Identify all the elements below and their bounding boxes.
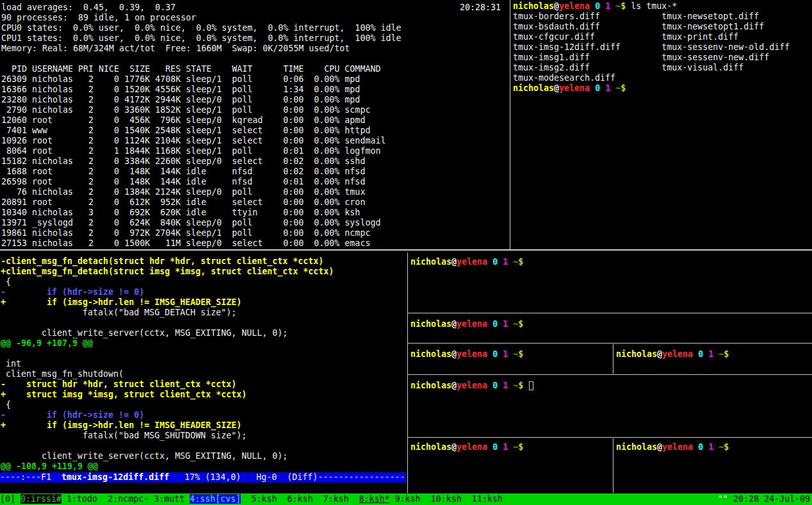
terminal-cursor bbox=[529, 381, 533, 390]
prompt-exit-status: 0 bbox=[698, 349, 703, 359]
typed-command: ls tmux-* bbox=[631, 1, 677, 11]
pane-shell-g[interactable]: nicholas@yelena 0 1 ~$ bbox=[615, 438, 812, 493]
status-window-7[interactable]: 7:ksh bbox=[323, 494, 348, 504]
prompt-tilde: ~ bbox=[513, 349, 518, 359]
diff-line: fatalx("bad MSG_DETACH size"); bbox=[1, 308, 406, 318]
status-window-2[interactable]: 2:ncmpc- bbox=[108, 494, 149, 504]
text-line: 10340 nicholas 3 0 692K 620K idle ttyin … bbox=[1, 208, 510, 218]
pane-border-cd-e[interactable] bbox=[408, 374, 812, 375]
prompt-user: nicholas bbox=[410, 381, 451, 390]
prompt-shell-level: 1 bbox=[503, 442, 508, 452]
shell-prompt-line: nicholas@yelena 0 1 ~$ bbox=[616, 349, 812, 360]
prompt-dollar: $ bbox=[621, 1, 626, 11]
pane-shell-c[interactable]: nicholas@yelena 0 1 ~$ bbox=[410, 344, 612, 374]
pane-top-command[interactable]: 20:28:31 load averages: 0.45, 0.39, 0.37… bbox=[0, 0, 510, 249]
diff-line: - if (hdr->size != 0) bbox=[1, 410, 406, 420]
process-table: 26309 nicholas 2 0 1776K 4708K sleep/1 p… bbox=[1, 74, 510, 249]
diff-line: - if (hdr->size != 0) bbox=[1, 287, 406, 297]
pane-border-e-fg[interactable] bbox=[408, 437, 812, 438]
status-window-6[interactable]: 6:ksh bbox=[287, 494, 313, 504]
top-clock: 20:28:31 bbox=[460, 3, 501, 13]
text-line: 76 nicholas 2 0 1384K 2124K sleep/0 poll… bbox=[1, 187, 510, 197]
prompt-host: yelena bbox=[559, 1, 590, 11]
prompt-tilde: ~ bbox=[513, 257, 518, 267]
pane-shell-d[interactable]: nicholas@yelena 0 1 ~$ bbox=[615, 344, 812, 374]
status-window-8[interactable]: 8:ksh* bbox=[359, 494, 390, 504]
pane-shell-e-active[interactable]: nicholas@yelena 0 1 ~$ bbox=[410, 376, 812, 436]
status-window-9[interactable]: 9:ksh bbox=[395, 494, 421, 504]
prompt-user: nicholas bbox=[410, 257, 451, 267]
pane-shell-a[interactable]: nicholas@yelena 0 1 ~$ bbox=[410, 252, 812, 312]
pane-border-a-b[interactable] bbox=[408, 313, 812, 313]
shell-prompt-line: nicholas@yelena 0 1 ~$ bbox=[410, 381, 812, 391]
diff-line: - struct hdr *hdr, struct client_ctx *cc… bbox=[1, 379, 406, 390]
prompt-dollar: $ bbox=[621, 83, 626, 93]
prompt-host: yelena bbox=[457, 257, 487, 267]
pane-border-c-d[interactable] bbox=[613, 344, 613, 374]
emacs-modeline: ----:---F1 tmux-imsg-12diff.diff 17% (13… bbox=[0, 472, 406, 483]
status-clock: 20:28 bbox=[733, 494, 759, 504]
pane-emacs[interactable]: -client_msg_fn_detach(struct hdr *hdr, s… bbox=[0, 252, 406, 493]
status-window-3[interactable]: 3:mutt bbox=[154, 494, 184, 504]
prompt-exit-status: 0 bbox=[492, 442, 498, 452]
text-line: CPU1 states: 0.0% user, 0.0% nice, 0.0% … bbox=[1, 33, 510, 44]
tmux-screen: 20:28:31 load averages: 0.45, 0.39, 0.37… bbox=[0, 0, 812, 505]
diff-line: { bbox=[1, 277, 406, 287]
at-sign: @ bbox=[657, 442, 662, 452]
status-window-0[interactable]: 0:irssi# bbox=[20, 494, 61, 504]
text-line: tmux-imsg2.diff tmux-visual.diff bbox=[513, 63, 812, 73]
text-line: tmux-imsg-12diff.diff tmux-sessenv-new-o… bbox=[513, 42, 812, 53]
pane-shell-f[interactable]: nicholas@yelena 0 1 ~$ bbox=[410, 438, 612, 493]
diff-line: fatalx("bad MSG_SHUTDOWN size"); bbox=[1, 431, 406, 441]
prompt-host: yelena bbox=[457, 349, 487, 359]
prompt-exit-status: 0 bbox=[492, 381, 498, 390]
pane-shell-top-right[interactable]: nicholas@yelena 0 1 ~$ ls tmux-* tmux-bo… bbox=[512, 0, 812, 249]
shell-prompt: nicholas@yelena 0 1 ~$ bbox=[410, 381, 533, 390]
at-sign: @ bbox=[451, 442, 457, 452]
prompt-exit-status: 0 bbox=[492, 349, 498, 359]
text-line: 16366 nicholas 2 0 1520K 4556K sleep/1 p… bbox=[1, 85, 510, 95]
diff-line: @@ -108,9 +119,9 @@ bbox=[1, 461, 406, 472]
pane-border-vertical-top[interactable] bbox=[510, 0, 510, 249]
diff-line: +client_msg_fn_detach(struct imsg *imsg,… bbox=[1, 267, 406, 277]
status-window-10[interactable]: 10:ksh bbox=[431, 494, 462, 504]
status-window-4[interactable]: 4:ssh[cvs] bbox=[190, 494, 241, 504]
session-indicator: [0] bbox=[0, 494, 20, 504]
prompt-user: nicholas bbox=[410, 349, 451, 359]
pane-shell-b[interactable]: nicholas@yelena 0 1 ~$ bbox=[410, 314, 812, 342]
prompt-shell-level: 1 bbox=[503, 349, 508, 359]
prompt-shell-level: 1 bbox=[605, 1, 610, 11]
prompt-user: nicholas bbox=[513, 1, 554, 11]
prompt-user: nicholas bbox=[616, 349, 657, 359]
text-line: tmux-imsg1.diff tmux-sessenv-new.diff bbox=[513, 53, 812, 63]
prompt-exit-status: 0 bbox=[595, 83, 600, 93]
shell-prompt: nicholas@yelena 0 1 ~$ bbox=[410, 442, 528, 452]
at-sign: @ bbox=[657, 349, 662, 359]
at-sign: @ bbox=[451, 319, 457, 329]
prompt-host: yelena bbox=[457, 442, 487, 452]
status-window-1[interactable]: 1:todo bbox=[67, 494, 97, 504]
diff-line: + struct imsg *imsg, struct client_ctx *… bbox=[1, 390, 406, 400]
status-bar: [0] 0:irssi# 1:todo 2:ncmpc- 3:mutt 4:ss… bbox=[0, 493, 812, 505]
text-line: 2790 nicholas 2 0 3360K 1852K sleep/1 po… bbox=[1, 105, 510, 115]
prompt-dollar: $ bbox=[518, 349, 523, 359]
text-line: 27153 nicholas 2 0 1500K 11M sleep/0 sel… bbox=[1, 238, 510, 249]
status-window-5[interactable]: 5:ksh bbox=[251, 494, 277, 504]
diff-line: { bbox=[1, 400, 406, 410]
modeline-filename: tmux-imsg-12diff.diff bbox=[61, 472, 169, 482]
shell-prompt: nicholas@yelena 0 1 ~$ bbox=[616, 442, 734, 452]
diff-line: + if (imsg->hdr.len != IMSG_HEADER_SIZE) bbox=[1, 297, 406, 308]
status-window-11[interactable]: 11:ksh bbox=[472, 494, 503, 504]
ls-output: tmux-borders.diff tmux-newsetopt.difftmu… bbox=[513, 12, 812, 83]
prompt-tilde: ~ bbox=[719, 442, 724, 452]
diff-line: -client_msg_fn_detach(struct hdr *hdr, s… bbox=[1, 256, 406, 267]
pane-border-horizontal-middle[interactable] bbox=[0, 249, 812, 251]
at-sign: @ bbox=[451, 349, 457, 359]
shell-prompt: nicholas@yelena 0 1 ~$ bbox=[410, 257, 528, 267]
prompt-shell-level: 1 bbox=[605, 83, 610, 93]
prompt-dollar: $ bbox=[518, 381, 523, 390]
shell-prompt: nicholas@yelena 0 1 ~$ bbox=[513, 83, 631, 93]
pane-border-vertical-bottom[interactable] bbox=[407, 252, 408, 493]
pane-border-f-g[interactable] bbox=[613, 438, 613, 493]
pane-border-b-cd[interactable] bbox=[408, 343, 812, 344]
